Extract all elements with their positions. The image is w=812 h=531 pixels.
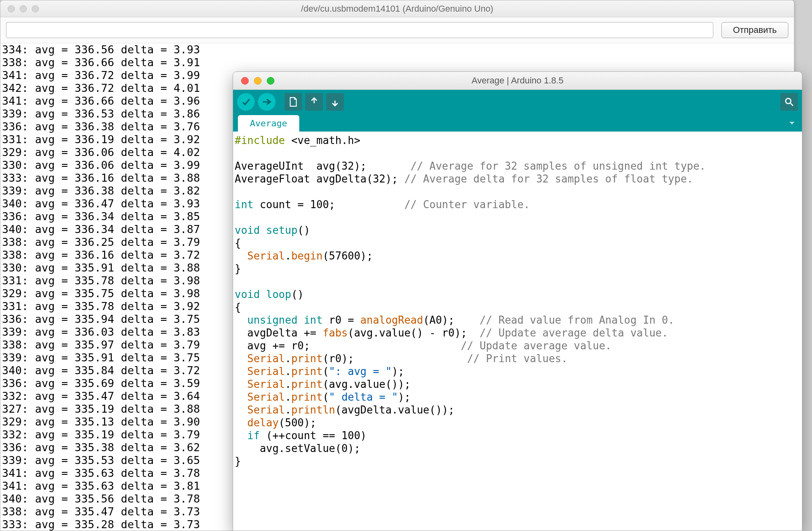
svg-line-2 [790, 103, 793, 106]
zoom-icon[interactable] [267, 77, 274, 85]
serial-monitor-button[interactable] [780, 93, 798, 111]
ide-window-title: Average | Arduino 1.8.5 [233, 75, 802, 86]
zoom-icon[interactable] [32, 5, 39, 12]
send-button[interactable]: Отправить [721, 22, 788, 38]
serial-topbar: Отправить [0, 17, 794, 43]
serial-titlebar: /dev/cu.usbmodem14101 (Arduino/Genuino U… [0, 0, 794, 17]
open-button[interactable] [305, 93, 323, 111]
save-button[interactable] [326, 93, 344, 111]
ide-traffic-lights [233, 77, 274, 85]
close-icon[interactable] [8, 5, 15, 12]
minimize-icon[interactable] [20, 5, 27, 12]
verify-button[interactable] [237, 93, 255, 111]
svg-point-1 [786, 98, 791, 103]
close-icon[interactable] [241, 77, 249, 85]
ide-titlebar: Average | Arduino 1.8.5 [233, 72, 802, 90]
tab-menu-dropdown-icon[interactable] [787, 118, 797, 128]
ide-toolbar [233, 90, 802, 114]
upload-button[interactable] [258, 93, 276, 111]
tab-average[interactable]: Average [238, 115, 299, 132]
ide-window: Average | Arduino 1.8.5 Average #include… [233, 71, 802, 531]
tab-strip: Average [233, 114, 802, 132]
serial-traffic-lights [0, 5, 39, 12]
serial-input[interactable] [6, 22, 713, 38]
code-editor[interactable]: #include <ve_math.h> AverageUInt avg(32)… [233, 132, 802, 468]
serial-window-title: /dev/cu.usbmodem14101 (Arduino/Genuino U… [0, 4, 794, 14]
minimize-icon[interactable] [254, 77, 262, 85]
new-button[interactable] [284, 93, 302, 111]
